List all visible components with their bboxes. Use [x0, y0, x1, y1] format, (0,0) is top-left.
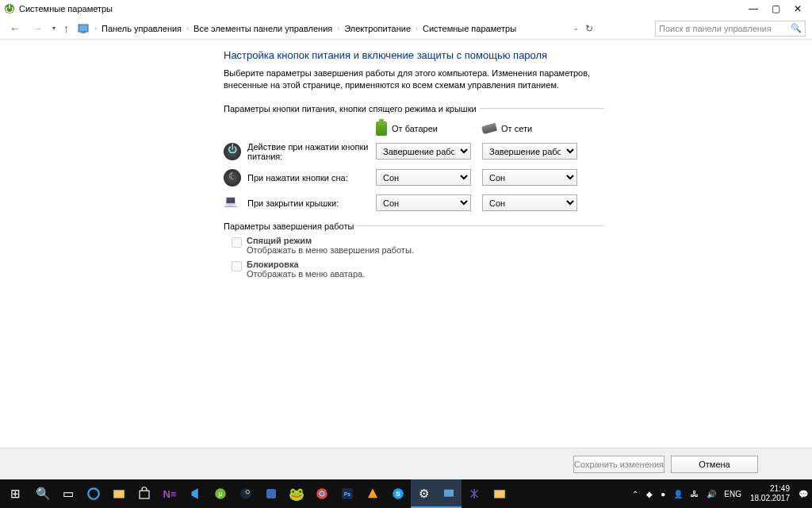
column-battery: От батареи	[376, 121, 477, 136]
minimize-button[interactable]: —	[742, 3, 764, 14]
taskbar: ⊞ 🔍 ▭ N≡ µ 🐸 Ps S ⚙ ⌃ ◆ ● 👤 🖧 🔊 ENG 21:4…	[0, 479, 812, 508]
app-icon-2[interactable]: 🐸	[284, 479, 309, 508]
page-description: Выберите параметры завершения работы для…	[224, 67, 604, 91]
task-view-icon[interactable]: ▭	[56, 479, 81, 508]
breadcrumb-4[interactable]: Системные параметры	[423, 24, 516, 33]
store-icon[interactable]	[132, 479, 157, 508]
checkbox-lock-row: Блокировка Отображать в меню аватара.	[232, 260, 604, 279]
address-dropdown[interactable]: ⌄	[573, 25, 579, 32]
vs-icon[interactable]	[462, 479, 487, 508]
breadcrumb-sep: ›	[416, 25, 418, 33]
breadcrumb-sep: ›	[337, 25, 339, 33]
chrome-icon[interactable]	[309, 479, 335, 508]
app-icon	[3, 2, 16, 15]
svg-rect-19	[494, 491, 505, 498]
search-icon: 🔍	[791, 23, 802, 33]
plug-icon	[481, 123, 497, 134]
refresh-button[interactable]: ↻	[585, 23, 593, 34]
tray-time: 21:49	[750, 484, 790, 494]
tray-app-2[interactable]: ●	[657, 490, 669, 498]
svg-rect-18	[444, 490, 454, 497]
settings-icon[interactable]: ⚙	[411, 479, 436, 508]
column-ac-label: От сети	[501, 124, 532, 133]
skype-icon[interactable]: S	[385, 479, 411, 508]
window-title: Системные параметры	[19, 4, 113, 13]
lid-battery-select[interactable]: Сон	[376, 194, 471, 211]
svg-text:Ps: Ps	[344, 491, 351, 497]
breadcrumb-2[interactable]: Все элементы панели управления	[193, 24, 332, 33]
breadcrumb-1[interactable]: Панель управления	[102, 24, 182, 33]
checkbox-lock-sub: Отображать в меню аватара.	[247, 269, 365, 279]
search-input[interactable]: Поиск в панели управления 🔍	[655, 21, 806, 37]
power-battery-select[interactable]: Завершение работы	[376, 143, 471, 160]
maximize-button[interactable]: ▢	[764, 3, 787, 14]
column-battery-label: От батареи	[392, 124, 438, 133]
back-button[interactable]: ←	[6, 22, 24, 35]
sleep-button-icon	[224, 169, 241, 187]
svg-point-8	[240, 488, 251, 499]
utorrent-icon[interactable]: µ	[208, 479, 233, 508]
explorer-icon-2[interactable]	[487, 479, 512, 508]
vscode-icon[interactable]	[182, 479, 208, 508]
sleep-ac-select[interactable]: Сон	[482, 169, 577, 186]
section-buttons-title: Параметры кнопки питания, кнопки спящего…	[224, 104, 477, 114]
svg-text:µ: µ	[219, 491, 223, 498]
breadcrumb-sep: ›	[186, 25, 189, 33]
control-panel-icon[interactable]	[77, 22, 90, 35]
app-icon-1[interactable]	[259, 479, 284, 508]
navbar: ← → ▾ ↑ › Панель управления › Все элемен…	[0, 17, 812, 40]
search-placeholder: Поиск в панели управления	[659, 24, 787, 33]
page-title: Настройка кнопок питания и включение защ…	[224, 49, 604, 61]
tray-volume[interactable]: 🔊	[703, 490, 720, 498]
up-button[interactable]: ↑	[60, 22, 72, 35]
row-sleep-button: При нажатии кнопки сна: Сон Сон	[224, 169, 604, 187]
tray-app-1[interactable]: ◆	[642, 490, 657, 498]
start-button[interactable]: ⊞	[0, 479, 30, 508]
tray-lang[interactable]: ENG	[720, 490, 745, 498]
checkbox-sleep-title: Спящий режим	[247, 236, 414, 245]
row-lid-close: При закрытии крышки: Сон Сон	[224, 194, 604, 212]
tray-people[interactable]: 👤	[669, 490, 687, 498]
close-button[interactable]: ✕	[787, 3, 809, 14]
app-icon-3[interactable]	[360, 479, 385, 508]
power-ac-select[interactable]: Завершение работы	[482, 143, 577, 160]
forward-button: →	[29, 22, 46, 35]
control-panel-taskbar-icon[interactable]	[436, 479, 462, 508]
lid-ac-select[interactable]: Сон	[482, 194, 577, 211]
tray-clock[interactable]: 21:49 18.02.2017	[745, 484, 795, 503]
power-button-icon	[224, 143, 241, 160]
checkbox-sleep-row: Спящий режим Отображать в меню завершени…	[232, 236, 604, 255]
tray-chevron[interactable]: ⌃	[628, 490, 642, 498]
svg-rect-5	[140, 491, 149, 498]
sleep-battery-select[interactable]: Сон	[376, 169, 471, 186]
svg-rect-10	[266, 489, 276, 498]
tray-notifications[interactable]: 💬	[795, 490, 812, 498]
checkbox-sleep-sub: Отображать в меню завершения работы.	[247, 245, 414, 255]
row-lid-label: При закрытии крышки:	[247, 198, 376, 208]
bottom-bar: Сохранить изменения Отмена	[0, 448, 812, 479]
titlebar: Системные параметры — ▢ ✕	[0, 0, 812, 17]
row-power-button: Действие при нажатии кнопки питания: Зав…	[224, 142, 604, 161]
content: Настройка кнопок питания и включение защ…	[224, 49, 604, 279]
tray-date: 18.02.2017	[750, 494, 790, 503]
svg-text:S: S	[396, 491, 400, 498]
edge-icon[interactable]	[81, 479, 106, 508]
breadcrumb-3[interactable]: Электропитание	[344, 24, 411, 33]
checkbox-sleep[interactable]	[232, 237, 242, 248]
steam-icon[interactable]	[233, 479, 259, 508]
checkbox-lock[interactable]	[232, 261, 242, 271]
search-icon[interactable]: 🔍	[30, 479, 56, 508]
svg-rect-4	[113, 491, 124, 498]
cancel-button[interactable]: Отмена	[671, 456, 758, 473]
svg-point-3	[88, 488, 99, 499]
svg-rect-2	[81, 32, 86, 33]
explorer-icon[interactable]	[106, 479, 132, 508]
battery-icon	[376, 121, 387, 136]
tray-network[interactable]: 🖧	[687, 490, 703, 498]
photoshop-icon[interactable]: Ps	[335, 479, 360, 508]
onenote-icon[interactable]: N≡	[157, 479, 182, 508]
breadcrumb-sep: ›	[94, 25, 97, 33]
column-ac: От сети	[482, 124, 584, 133]
svg-rect-1	[79, 25, 88, 32]
history-dropdown[interactable]: ▾	[52, 25, 56, 32]
